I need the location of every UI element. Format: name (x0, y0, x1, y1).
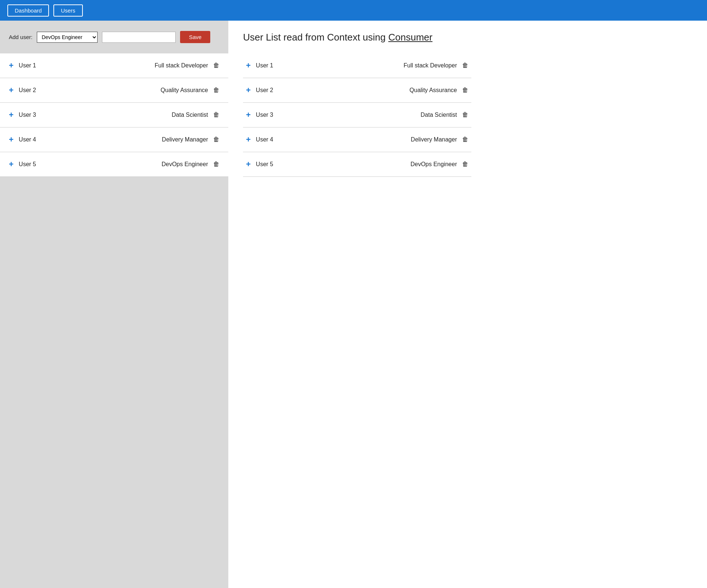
list-item: + User 3 Data Scientist 🗑 (0, 103, 228, 127)
delete-icon[interactable]: 🗑 (213, 62, 219, 69)
list-item: + User 1 Full stack Developer 🗑 (0, 53, 228, 78)
right-user-item-left: + User 4 (246, 136, 273, 144)
user-item-right: Quality Assurance 🗑 (161, 87, 219, 94)
list-item: + User 1 Full stack Developer 🗑 (243, 53, 471, 78)
delete-icon[interactable]: 🗑 (462, 87, 468, 94)
user-role: Full stack Developer (155, 62, 208, 69)
add-user-label: Add user: (9, 34, 32, 40)
right-user-list: + User 1 Full stack Developer 🗑 + User 2… (243, 53, 471, 177)
user-role: Delivery Manager (411, 136, 457, 143)
right-user-item-right: Full stack Developer 🗑 (404, 62, 468, 69)
list-item: + User 5 DevOps Engineer 🗑 (0, 152, 228, 177)
right-user-item-left: + User 5 (246, 160, 273, 168)
delete-icon[interactable]: 🗑 (462, 111, 468, 119)
list-item: + User 3 Data Scientist 🗑 (243, 103, 471, 127)
title-prefix: User List read from Context using (243, 32, 388, 43)
user-item-left: + User 2 (9, 86, 36, 94)
plus-icon[interactable]: + (246, 62, 251, 70)
list-item: + User 5 DevOps Engineer 🗑 (243, 152, 471, 177)
plus-icon[interactable]: + (246, 136, 251, 144)
user-name: User 3 (256, 112, 273, 118)
role-select[interactable]: DevOps Engineer Full stack Developer Qua… (37, 32, 98, 43)
delete-icon[interactable]: 🗑 (213, 161, 219, 168)
delete-icon[interactable]: 🗑 (462, 62, 468, 69)
users-button[interactable]: Users (53, 4, 82, 17)
right-user-item-right: Delivery Manager 🗑 (411, 136, 468, 143)
user-name: User 4 (256, 136, 273, 143)
main-layout: Add user: DevOps Engineer Full stack Dev… (0, 21, 707, 588)
user-role: Quality Assurance (161, 87, 208, 94)
delete-icon[interactable]: 🗑 (462, 161, 468, 168)
user-role: Delivery Manager (162, 136, 208, 143)
left-panel: Add user: DevOps Engineer Full stack Dev… (0, 21, 228, 588)
delete-icon[interactable]: 🗑 (213, 111, 219, 119)
user-name: User 2 (256, 87, 273, 94)
plus-icon[interactable]: + (9, 86, 14, 94)
navbar: Dashboard Users (0, 0, 707, 21)
user-name: User 4 (19, 136, 36, 143)
delete-icon[interactable]: 🗑 (462, 136, 468, 143)
user-item-left: + User 1 (9, 62, 36, 70)
user-item-left: + User 3 (9, 111, 36, 119)
delete-icon[interactable]: 🗑 (213, 87, 219, 94)
right-user-item-right: Data Scientist 🗑 (421, 111, 468, 119)
user-role: DevOps Engineer (411, 161, 457, 168)
plus-icon[interactable]: + (9, 160, 14, 168)
user-role: Quality Assurance (409, 87, 457, 94)
plus-icon[interactable]: + (9, 136, 14, 144)
user-name: User 1 (256, 62, 273, 69)
add-user-bar: Add user: DevOps Engineer Full stack Dev… (0, 21, 228, 53)
right-user-item-left: + User 1 (246, 62, 273, 70)
right-user-item-left: + User 2 (246, 86, 273, 94)
title-keyword: Consumer (388, 32, 433, 43)
plus-icon[interactable]: + (246, 111, 251, 119)
right-user-item-left: + User 3 (246, 111, 273, 119)
user-item-left: + User 5 (9, 160, 36, 168)
plus-icon[interactable]: + (9, 111, 14, 119)
user-item-left: + User 4 (9, 136, 36, 144)
list-item: + User 4 Delivery Manager 🗑 (0, 127, 228, 152)
username-input[interactable] (102, 32, 176, 43)
right-user-item-right: DevOps Engineer 🗑 (411, 161, 468, 168)
user-item-right: Data Scientist 🗑 (172, 111, 219, 119)
user-name: User 5 (19, 161, 36, 168)
right-panel: User List read from Context using Consum… (228, 21, 707, 588)
user-name: User 2 (19, 87, 36, 94)
user-item-right: DevOps Engineer 🗑 (162, 161, 219, 168)
list-item: + User 2 Quality Assurance 🗑 (0, 78, 228, 103)
user-role: Full stack Developer (404, 62, 457, 69)
user-item-right: Delivery Manager 🗑 (162, 136, 219, 143)
user-item-right: Full stack Developer 🗑 (155, 62, 219, 69)
right-user-item-right: Quality Assurance 🗑 (409, 87, 468, 94)
plus-icon[interactable]: + (246, 160, 251, 168)
user-role: Data Scientist (172, 112, 208, 118)
user-name: User 5 (256, 161, 273, 168)
dashboard-button[interactable]: Dashboard (7, 4, 49, 17)
list-item: + User 4 Delivery Manager 🗑 (243, 127, 471, 152)
plus-icon[interactable]: + (9, 62, 14, 70)
list-item: + User 2 Quality Assurance 🗑 (243, 78, 471, 103)
delete-icon[interactable]: 🗑 (213, 136, 219, 143)
user-name: User 3 (19, 112, 36, 118)
left-user-list: + User 1 Full stack Developer 🗑 + User 2… (0, 53, 228, 177)
user-role: DevOps Engineer (162, 161, 208, 168)
user-name: User 1 (19, 62, 36, 69)
user-role: Data Scientist (421, 112, 457, 118)
plus-icon[interactable]: + (246, 86, 251, 94)
save-button[interactable]: Save (180, 31, 210, 43)
right-panel-title: User List read from Context using Consum… (243, 32, 692, 43)
